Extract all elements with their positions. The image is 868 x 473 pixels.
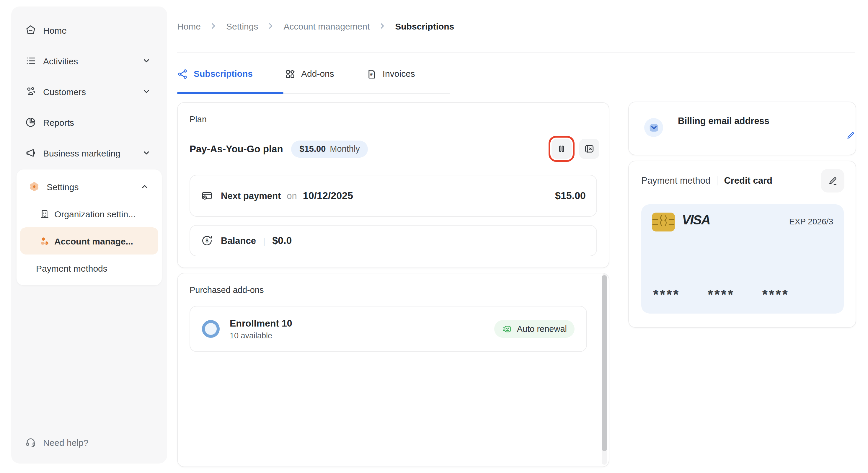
plan-section-label: Plan: [190, 115, 207, 124]
addon-name: Enrollment 10: [230, 318, 292, 328]
sidebar-item-label: Settings: [46, 182, 79, 192]
addon-availability: 10 available: [230, 331, 292, 340]
breadcrumb-home[interactable]: Home: [177, 21, 201, 31]
card-clock-icon: [201, 190, 213, 202]
chevron-right-icon: [268, 23, 274, 30]
pencil-icon: [846, 131, 855, 140]
settings-group: Settings Organization settin... Account: [17, 169, 162, 285]
masked-group: ****: [708, 286, 735, 303]
svg-text:$: $: [206, 238, 209, 244]
sidebar-item-activities[interactable]: Activities: [11, 45, 167, 76]
plan-row: Pay-As-You-Go plan $15.00 Monthly: [190, 138, 599, 159]
app-window: Home Activities Customers: [0, 0, 868, 473]
breadcrumb-settings[interactable]: Settings: [226, 21, 258, 31]
sidebar-item-label: Activities: [43, 56, 78, 66]
sidebar-item-label: Account manage...: [54, 236, 133, 246]
tab-bar: Subscriptions Add-ons # Invoices: [177, 65, 450, 94]
sidebar-item-reports[interactable]: Reports: [11, 107, 167, 137]
breadcrumb: Home Settings Account management Subscri…: [177, 21, 454, 31]
person-gear-icon: [39, 235, 50, 247]
next-payment-amount: $15.00: [555, 190, 586, 202]
auto-renewal-icon: [502, 324, 512, 334]
plan-card: Plan Pay-As-You-Go plan $15.00 Monthly N…: [177, 102, 609, 268]
envelope-icon: [648, 122, 659, 133]
settings-flower-icon: [28, 181, 40, 192]
tab-label: Add-ons: [301, 68, 334, 78]
tab-add-ons[interactable]: Add-ons: [285, 65, 334, 93]
sidebar-item-organization-settings[interactable]: Organization settin...: [20, 200, 158, 227]
sidebar-item-account-management[interactable]: Account manage...: [20, 227, 158, 254]
balance-amount: $0.0: [272, 235, 292, 247]
chevron-up-icon: [141, 183, 149, 191]
payment-method-label: Payment method: [641, 176, 710, 186]
pause-icon: [556, 143, 567, 155]
edit-billing-email-button[interactable]: [846, 131, 855, 140]
sidebar-item-home[interactable]: Home: [11, 15, 167, 45]
headset-icon: [25, 436, 37, 448]
cancel-plan-icon: [583, 143, 595, 155]
addon-list-item[interactable]: Enrollment 10 10 available Auto renewal: [190, 306, 587, 352]
plan-price-period: Monthly: [330, 144, 360, 154]
sidebar-item-label: Payment methods: [36, 263, 107, 273]
sidebar-item-label: Business marketing: [43, 148, 120, 158]
visa-logo: VISA: [682, 213, 710, 228]
auto-renewal-badge: Auto renewal: [495, 320, 575, 338]
vertical-scrollbar-track[interactable]: [602, 274, 607, 465]
edit-payment-method-button[interactable]: [821, 169, 844, 192]
next-payment-label: Next payment: [221, 190, 281, 201]
plan-price-badge: $15.00 Monthly: [291, 140, 368, 157]
masked-card-number: **** **** ****: [653, 286, 789, 303]
sidebar-item-business-marketing[interactable]: Business marketing: [11, 137, 167, 168]
breadcrumb-divider: [177, 52, 855, 53]
invoice-document-icon: #: [366, 68, 377, 80]
payment-method-type: Credit card: [724, 176, 772, 186]
breadcrumb-account-management[interactable]: Account management: [283, 21, 370, 31]
need-help-button[interactable]: Need help?: [25, 436, 88, 448]
add-ons-grid-icon: [285, 68, 296, 80]
plan-name: Pay-As-You-Go plan: [190, 143, 283, 154]
billing-email-card: Billing email address: [628, 101, 856, 155]
active-tab-underline: [177, 92, 283, 94]
card-chip-icon: [652, 213, 675, 231]
card-expiry: EXP 2026/3: [789, 217, 833, 226]
chevron-right-icon: [379, 23, 385, 30]
need-help-label: Need help?: [43, 437, 88, 447]
building-icon: [39, 208, 50, 219]
email-avatar: [644, 118, 663, 137]
svg-text:#: #: [370, 72, 373, 76]
cancel-plan-button[interactable]: [579, 139, 599, 159]
addon-circle-icon: [202, 320, 220, 338]
billing-email-title: Billing email address: [678, 116, 769, 126]
addons-section-label: Purchased add-ons: [190, 285, 264, 295]
chevron-down-icon: [142, 149, 151, 157]
megaphone-icon: [25, 147, 37, 159]
vertical-scrollbar-thumb[interactable]: [602, 275, 607, 451]
sidebar-item-customers[interactable]: Customers: [11, 76, 167, 107]
sidebar-item-payment-methods[interactable]: Payment methods: [20, 254, 158, 282]
balance-separator: |: [263, 236, 265, 245]
tab-invoices[interactable]: # Invoices: [366, 65, 415, 93]
sidebar-item-settings[interactable]: Settings: [20, 173, 158, 200]
next-payment-preposition: on: [287, 190, 297, 201]
pencil-icon: [828, 176, 838, 186]
sidebar-item-label: Reports: [43, 117, 74, 127]
chevron-right-icon: [210, 23, 217, 30]
pause-plan-button[interactable]: [552, 139, 571, 159]
credit-card-visual: VISA EXP 2026/3 **** **** ****: [641, 204, 844, 314]
list-icon: [25, 55, 37, 67]
sidebar: Home Activities Customers: [11, 6, 167, 464]
auto-renewal-label: Auto renewal: [517, 324, 567, 334]
sidebar-item-label: Customers: [43, 87, 86, 97]
next-payment-row: Next payment on 10/12/2025 $15.00: [190, 175, 597, 217]
masked-group: ****: [653, 286, 680, 303]
chevron-down-icon: [142, 57, 151, 65]
purchased-addons-card: Purchased add-ons Enrollment 10 10 avail…: [177, 273, 609, 467]
home-icon: [25, 24, 37, 36]
tab-subscriptions[interactable]: Subscriptions: [177, 65, 253, 93]
pie-chart-icon: [25, 116, 37, 128]
people-icon: [25, 86, 37, 97]
tab-label: Subscriptions: [194, 68, 253, 78]
plan-price-amount: $15.00: [300, 144, 326, 154]
tab-label: Invoices: [383, 68, 415, 78]
sidebar-item-label: Organization settin...: [54, 209, 135, 219]
